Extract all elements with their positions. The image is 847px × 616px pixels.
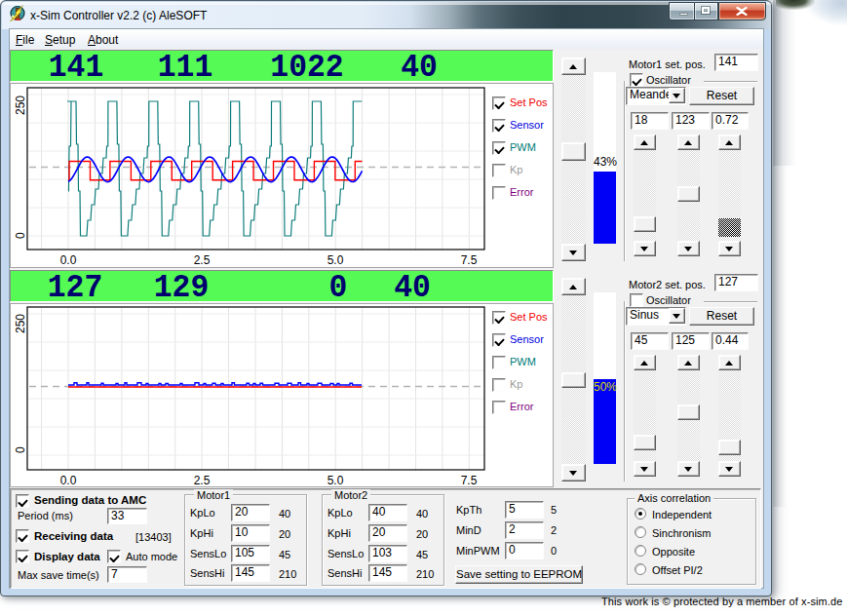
svg-text:0.0: 0.0 <box>60 474 77 487</box>
svg-text:5.0: 5.0 <box>327 474 344 487</box>
svg-text:2.5: 2.5 <box>194 253 211 267</box>
svg-text:2.5: 2.5 <box>194 474 211 487</box>
svg-text:250: 250 <box>14 96 27 115</box>
svg-text:7.5: 7.5 <box>461 474 478 487</box>
svg-text:7.5: 7.5 <box>461 253 478 267</box>
svg-text:250: 250 <box>14 314 27 333</box>
svg-text:0: 0 <box>14 232 27 239</box>
svg-text:0.0: 0.0 <box>60 253 77 267</box>
svg-text:5.0: 5.0 <box>327 253 344 267</box>
svg-text:0: 0 <box>14 446 27 453</box>
